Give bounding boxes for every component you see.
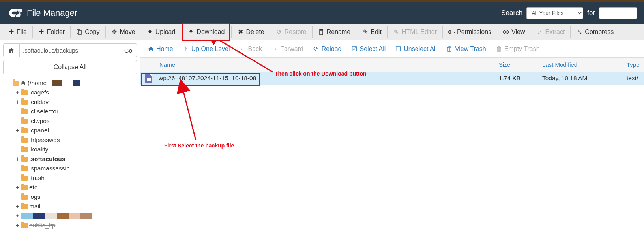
tree-item[interactable]: +mail [15,202,137,211]
column-name[interactable]: Name [140,61,499,68]
svg-line-7 [183,90,196,140]
folder-icon [21,138,28,143]
download-button[interactable]: Download [182,23,230,41]
folder-tree: − (/home +.cagefs+.caldav.cl.selector.cl… [0,77,140,233]
tree-item[interactable]: +.softaculous [15,154,137,164]
tree-item-label: .softaculous [29,154,65,164]
permissions-button[interactable]: Permissions [444,24,496,40]
tree-item[interactable]: logs [15,192,137,202]
svg-point-4 [449,31,451,33]
tree-item-label: .spamassassin [29,164,70,173]
trash-icon [446,46,453,52]
tree-item-label: mail [29,202,40,211]
tree-item-label: .cagefs [29,88,49,97]
go-button[interactable]: Go [120,43,137,57]
expand-toggle[interactable]: + [15,183,20,192]
upload-icon [147,29,153,35]
cpanel-icon [7,8,23,19]
collapse-all-button[interactable]: Collapse All [3,60,137,74]
upload-button[interactable]: Upload [142,24,180,40]
new-file-button[interactable]: ✚File [3,24,32,40]
folder-icon [21,119,28,124]
collapse-toggle[interactable]: − [6,78,11,88]
view-button[interactable]: View [498,24,530,40]
tree-item[interactable]: .cl.selector [15,107,137,116]
select-all-button[interactable]: ☑Select All [351,45,386,53]
tree-item[interactable]: +public_ftp [15,221,137,230]
folder-icon [21,176,28,181]
expand-toggle[interactable]: + [15,126,20,135]
expand-toggle[interactable]: + [15,221,20,230]
left-panel: Go Collapse All − (/home +.cagefs+.calda… [0,40,140,240]
path-input[interactable] [20,43,120,57]
column-type[interactable]: Type [627,61,644,68]
reload-button[interactable]: ⟳Reload [313,45,342,53]
extract-button[interactable]: ⤢Extract [532,24,570,40]
back-button[interactable]: ←Back [240,45,262,53]
check-square-icon: ☑ [351,46,358,52]
search-input[interactable] [599,7,637,19]
header-search: Search All Your Files for [501,7,637,19]
move-button[interactable]: ✥Move [107,24,140,40]
rename-button[interactable]: Rename [313,24,355,40]
html-editor-button[interactable]: ✎HTML Editor [388,24,442,40]
tree-item-label: logs [29,192,40,202]
cell-size: 1.74 KB [499,75,542,82]
up-one-level-button[interactable]: ↑Up One Level [183,45,230,53]
folder-icon [21,195,28,200]
column-size[interactable]: Size [499,61,542,68]
delete-icon: ✖ [237,29,243,35]
folder-icon [21,100,28,105]
tree-item[interactable]: +.caldav [15,97,137,107]
tree-item[interactable]: .clwpos [15,116,137,126]
folder-icon [21,109,28,114]
tree-root[interactable]: − (/home [6,78,137,88]
edit-button[interactable]: ✎Edit [357,24,386,40]
tree-item[interactable]: .htpasswds [15,135,137,145]
home-icon [148,46,154,52]
copy-icon [76,29,82,35]
key-icon [448,29,455,35]
expand-toggle[interactable]: + [15,202,20,211]
unselect-all-button[interactable]: ☐Unselect All [395,45,437,53]
search-scope-select[interactable]: All Your Files [526,7,583,19]
empty-trash-button[interactable]: Empty Trash [496,45,540,53]
copy-button[interactable]: Copy [71,24,104,40]
tree-item[interactable]: +.cpanel [15,126,137,135]
new-folder-button[interactable]: ✚Folder [34,24,69,40]
file-toolbar: Home ↑Up One Level ←Back →Forward ⟳Reloa… [140,40,644,58]
folder-icon [21,90,28,95]
expand-toggle[interactable]: + [15,154,20,164]
pencil-icon: ✎ [362,29,368,35]
compress-icon: ⤡ [576,29,582,35]
expand-toggle[interactable]: + [15,97,20,107]
tree-item[interactable]: +etc [15,183,137,192]
tree-item[interactable]: +.cagefs [15,88,137,97]
column-modified[interactable]: Last Modified [542,61,627,68]
expand-toggle[interactable]: + [15,211,20,221]
cell-name: wp.26_48107.2024-11-15_10-18-08 [156,75,499,82]
path-home-button[interactable] [3,43,20,57]
header: File Manager Search All Your Files for [0,2,644,24]
tree-item[interactable]: .trash [15,173,137,183]
tree-item[interactable]: + [15,211,137,221]
restore-button[interactable]: ↺Restore [271,24,311,40]
file-pane: Home ↑Up One Level ←Back →Forward ⟳Reloa… [140,40,644,240]
table-row[interactable]: wp.26_48107.2024-11-15_10-18-08 1.74 KB … [140,72,644,85]
redaction-block [73,80,80,86]
rename-icon [318,29,324,35]
delete-button[interactable]: ✖Delete [232,24,269,40]
tree-item[interactable]: .spamassassin [15,164,137,173]
compress-button[interactable]: ⤡Compress [571,24,618,40]
main-toolbar: ✚File ✚Folder Copy ✥Move Upload Download… [0,24,644,40]
home-button[interactable]: Home [148,45,173,53]
folder-icon [21,147,28,152]
cell-modified: Today, 10:18 AM [542,75,627,82]
view-trash-button[interactable]: View Trash [446,45,486,53]
download-icon [188,29,194,35]
expand-toggle[interactable]: + [15,88,20,97]
table-header: Name Size Last Modified Type [140,58,644,72]
forward-button[interactable]: →Forward [271,45,303,53]
tree-item[interactable]: .koality [15,145,137,154]
up-arrow-icon: ↑ [183,46,189,52]
